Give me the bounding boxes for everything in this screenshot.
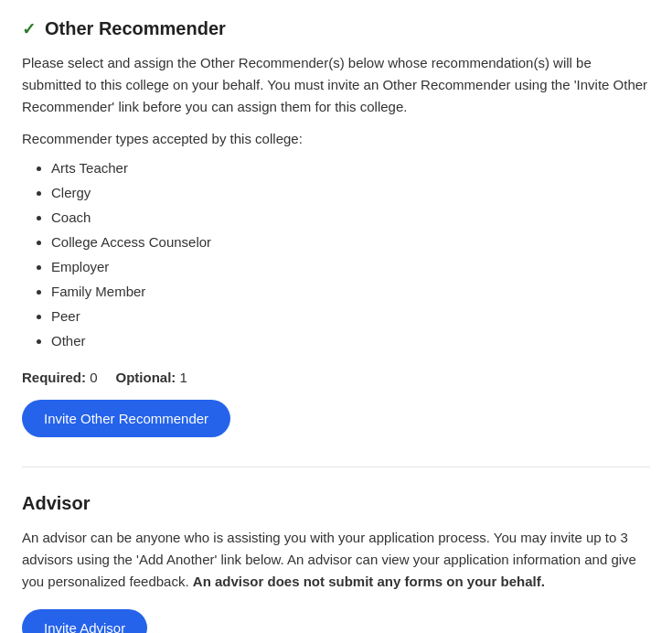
section-divider — [22, 467, 650, 467]
recommender-types-list: Arts Teacher Clergy Coach College Access… — [22, 156, 650, 353]
invite-advisor-button[interactable]: Invite Advisor — [22, 609, 147, 633]
other-recommender-description: Please select and assign the Other Recom… — [22, 52, 650, 118]
list-item: Coach — [51, 205, 650, 230]
optional-label: Optional: 1 — [116, 370, 187, 385]
required-value: 0 — [90, 370, 97, 385]
advisor-description: An advisor can be anyone who is assistin… — [22, 527, 650, 593]
optional-value: 1 — [180, 370, 187, 385]
advisor-section: Advisor An advisor can be anyone who is … — [22, 493, 650, 633]
other-recommender-section: ✓ Other Recommender Please select and as… — [22, 18, 650, 437]
advisor-description-bold: An advisor does not submit any forms on … — [193, 574, 545, 589]
list-item: Family Member — [51, 279, 650, 304]
other-recommender-title: Other Recommender — [45, 18, 226, 39]
recommender-types-label: Recommender types accepted by this colle… — [22, 131, 650, 146]
invite-other-recommender-button[interactable]: Invite Other Recommender — [22, 400, 230, 437]
list-item: Employer — [51, 254, 650, 279]
required-optional-row: Required: 0 Optional: 1 — [22, 370, 650, 385]
list-item: Arts Teacher — [51, 156, 650, 180]
list-item: Peer — [51, 304, 650, 328]
required-label: Required: 0 — [22, 370, 98, 385]
list-item: Clergy — [51, 180, 650, 205]
list-item: College Access Counselor — [51, 230, 650, 254]
section-header: ✓ Other Recommender — [22, 18, 650, 39]
list-item: Other — [51, 328, 650, 353]
check-icon: ✓ — [22, 19, 36, 39]
advisor-title: Advisor — [22, 493, 650, 514]
